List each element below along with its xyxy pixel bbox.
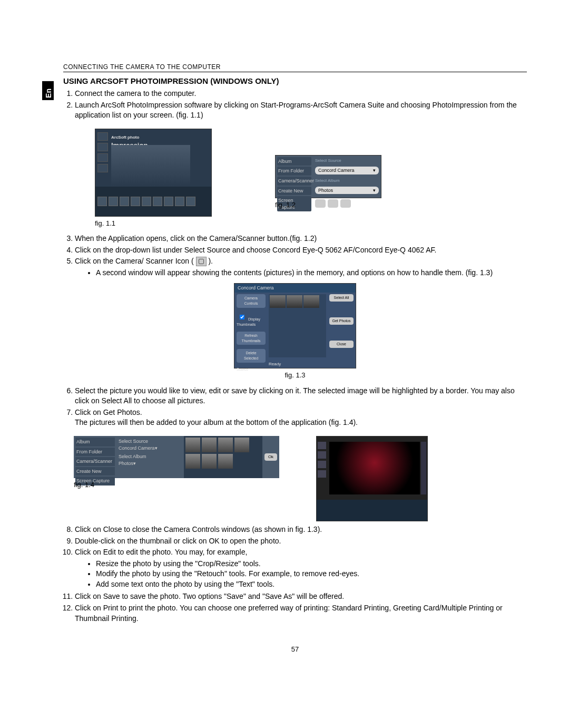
figure-caption: fig. 1.3 xyxy=(284,371,305,380)
steps-list-3: Select the picture you would like to vie… xyxy=(63,386,527,428)
steps-list-2: When the Application opens, click on the… xyxy=(63,234,527,278)
figure-1-4: Album From Folder Camera/Scanner Create … xyxy=(74,436,279,521)
select-source-label: Select Source xyxy=(119,438,182,445)
source-panel-screenshot: Album From Folder Camera/Scanner Create … xyxy=(275,155,381,198)
step-6: Select the picture you would like to vie… xyxy=(75,386,527,406)
ok-button[interactable]: Ok xyxy=(264,453,277,461)
close-button[interactable]: Close xyxy=(329,341,354,348)
step-3: When the Application opens, click on the… xyxy=(75,234,527,244)
sidebar-item-from-folder[interactable]: From Folder xyxy=(75,448,115,457)
figure-1-1: ArcSoft photo Impression fig. 1.1 xyxy=(95,129,212,228)
status-text: Ready xyxy=(269,361,281,367)
figure-caption: fig. 1.2 xyxy=(275,200,296,210)
camera-icon[interactable] xyxy=(315,199,326,208)
step-7: Click on Get Photos. The pictures will t… xyxy=(75,407,527,428)
step-2: Launch ArcSoft PhotoImpression software … xyxy=(75,100,527,121)
acquire-icon[interactable] xyxy=(340,199,351,208)
step-5: Click on the Camera/ Scanner Icon ( ). A… xyxy=(75,256,527,278)
section-title: USING ARCSOFT PHOTOIMPRESSION (WINDOWS O… xyxy=(63,76,527,85)
page-number: 57 xyxy=(63,645,527,654)
document-page: CONNECTING THE CAMERA TO THE COMPUTER En… xyxy=(0,0,569,675)
refresh-thumbnails-button[interactable]: Refresh Thumbnails xyxy=(237,332,266,345)
sidebar-item-create-new[interactable]: Create New xyxy=(75,467,115,476)
scanner-icon[interactable] xyxy=(328,199,338,208)
running-header: CONNECTING THE CAMERA TO THE COMPUTER xyxy=(63,63,527,72)
select-all-button[interactable]: Select All xyxy=(329,294,354,302)
camera-controls-screenshot: Concord Camera Camera Controls Display T… xyxy=(234,283,356,368)
source-label: Source xyxy=(237,367,266,372)
select-source-dropdown[interactable]: Concord Camera▾ xyxy=(119,445,182,452)
display-thumbnails-checkbox[interactable] xyxy=(240,315,244,319)
step-10a: Resize the photo by using the "Crop/Resi… xyxy=(96,559,527,569)
camera-scanner-icon xyxy=(196,257,207,266)
steps-list-1: Connect the camera to the computer. Laun… xyxy=(63,89,527,121)
steps-list-4: Click on Close to close the Camera Contr… xyxy=(63,525,527,624)
select-album-label: Select Album xyxy=(119,453,182,460)
album-panel-screenshot: Album From Folder Camera/Scanner Create … xyxy=(74,436,279,478)
step-5-sub: A second window will appear showing the … xyxy=(96,268,527,278)
step-10b: Modify the photo by using the "Retouch" … xyxy=(96,569,527,579)
get-photos-button[interactable]: Get Photos xyxy=(329,317,354,325)
step-10c: Add some text onto the photo by using th… xyxy=(96,579,527,590)
step-10: Click on Edit to edit the photo. You may… xyxy=(75,547,527,589)
step-9: Double-click on the thumbnail or click o… xyxy=(75,536,527,547)
window-title: Concord Camera xyxy=(234,284,356,293)
sidebar-item-album[interactable]: Album xyxy=(75,438,115,446)
sidebar-item-camera-scanner[interactable]: Camera/Scanner xyxy=(75,457,115,466)
sidebar-item-album[interactable]: Album xyxy=(277,157,311,166)
photoimpression-screenshot: ArcSoft photo Impression xyxy=(95,129,212,217)
select-album-label: Select Album xyxy=(315,178,379,183)
select-album-dropdown[interactable]: Photos▾ xyxy=(119,460,182,467)
camera-controls-label: Camera Controls xyxy=(237,294,266,308)
figure-caption: fig. 1.1 xyxy=(95,219,115,228)
step-12: Click on Print to print the photo. You c… xyxy=(75,603,527,624)
select-album-dropdown[interactable]: Photos▾ xyxy=(315,187,379,195)
sidebar-item-create-new[interactable]: Create New xyxy=(277,187,311,196)
step-8: Click on Close to close the Camera Contr… xyxy=(75,525,527,535)
sidebar-item-from-folder[interactable]: From Folder xyxy=(277,167,311,176)
photo-viewer-screenshot xyxy=(316,436,428,521)
delete-selected-button[interactable]: Delete Selected xyxy=(237,349,266,363)
figure-1-2: Album From Folder Camera/Scanner Create … xyxy=(275,155,381,228)
step-4: Click on the drop-down list under Select… xyxy=(75,245,527,256)
language-tab: En xyxy=(42,81,54,100)
step-11: Click on Save to save the photo. Two opt… xyxy=(75,591,527,602)
sidebar-item-camera-scanner[interactable]: Camera/Scanner xyxy=(277,177,311,186)
app-brand-prefix: ArcSoft photo xyxy=(111,135,139,140)
select-source-dropdown[interactable]: Concord Camera▾ xyxy=(315,167,379,174)
step-1: Connect the camera to the computer. xyxy=(75,89,527,99)
figure-1-3: Concord Camera Camera Controls Display T… xyxy=(63,283,527,380)
select-source-label: Select Source xyxy=(315,158,379,163)
